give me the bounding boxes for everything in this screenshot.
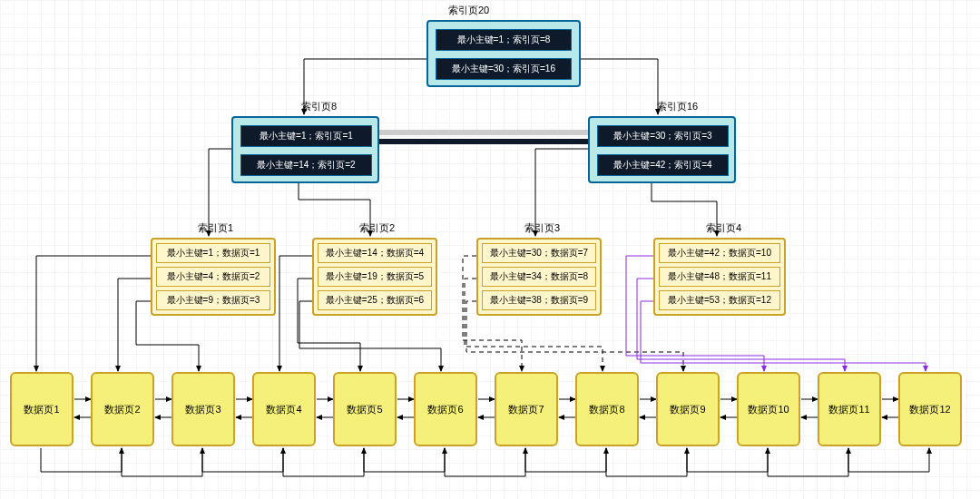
leafidx-label-3: 索引页4 bbox=[706, 221, 741, 235]
data-page-4: 数据页4 bbox=[252, 372, 316, 446]
leafidx0-row2: 最小主键=9；数据页=3 bbox=[156, 290, 270, 310]
leafidx1-row1: 最小主键=19；数据页=5 bbox=[318, 267, 432, 287]
data-page-3: 数据页3 bbox=[172, 372, 235, 446]
data-page-9: 数据页9 bbox=[656, 372, 720, 446]
leafidx1-row2: 最小主键=25；数据页=6 bbox=[318, 290, 432, 310]
leaf-index-2: 最小主键=30；数据页=7 最小主键=34；数据页=8 最小主键=38；数据页=… bbox=[476, 238, 602, 316]
mid-label-0: 索引页8 bbox=[301, 100, 337, 113]
root-entry-0: 最小主键=1；索引页=8 bbox=[436, 29, 572, 51]
data-page-6: 数据页6 bbox=[414, 372, 477, 446]
leaf-index-0: 最小主键=1；数据页=1 最小主键=4；数据页=2 最小主键=9；数据页=3 bbox=[151, 238, 276, 316]
mid0-entry-0: 最小主键=1；索引页=1 bbox=[240, 125, 372, 147]
mid0-entry-1: 最小主键=14；索引页=2 bbox=[240, 154, 372, 176]
leafidx0-row1: 最小主键=4；数据页=2 bbox=[156, 267, 270, 287]
leafidx2-row0: 最小主键=30；数据页=7 bbox=[482, 243, 596, 263]
data-page-8: 数据页8 bbox=[575, 372, 639, 446]
root-label: 索引页20 bbox=[448, 4, 489, 17]
data-page-11: 数据页11 bbox=[818, 372, 881, 446]
leafidx-label-0: 索引页1 bbox=[198, 221, 233, 235]
data-page-2: 数据页2 bbox=[91, 372, 154, 446]
root-entry-1: 最小主键=30；索引页=16 bbox=[436, 58, 572, 80]
mid-index-1: 最小主键=30；索引页=3 最小主键=42；索引页=4 bbox=[588, 116, 736, 183]
leafidx2-row2: 最小主键=38；数据页=9 bbox=[482, 290, 596, 310]
mid1-entry-0: 最小主键=30；索引页=3 bbox=[597, 125, 729, 147]
data-page-10: 数据页10 bbox=[737, 372, 800, 446]
leafidx3-row0: 最小主键=42；数据页=10 bbox=[659, 243, 780, 263]
leafidx2-row1: 最小主键=34；数据页=8 bbox=[482, 267, 596, 287]
mid1-entry-1: 最小主键=42；索引页=4 bbox=[597, 154, 729, 176]
leaf-index-1: 最小主键=14；数据页=4 最小主键=19；数据页=5 最小主键=25；数据页=… bbox=[312, 238, 437, 316]
leaf-index-3: 最小主键=42；数据页=10 最小主键=48；数据页=11 最小主键=53；数据… bbox=[653, 238, 786, 316]
diagram-canvas: 索引页20 最小主键=1；索引页=8 最小主键=30；索引页=16 索引页8 最… bbox=[0, 0, 980, 499]
data-page-7: 数据页7 bbox=[495, 372, 558, 446]
leafidx-label-1: 索引页2 bbox=[359, 221, 395, 235]
leafidx-label-2: 索引页3 bbox=[524, 221, 560, 235]
leafidx3-row2: 最小主键=53；数据页=12 bbox=[659, 290, 780, 310]
mid-index-0: 最小主键=1；索引页=1 最小主键=14；索引页=2 bbox=[231, 116, 379, 183]
data-page-1: 数据页1 bbox=[10, 372, 74, 446]
mid-label-1: 索引页16 bbox=[657, 100, 698, 113]
leafidx0-row0: 最小主键=1；数据页=1 bbox=[156, 243, 270, 263]
leafidx3-row1: 最小主键=48；数据页=11 bbox=[659, 267, 780, 287]
leafidx1-row0: 最小主键=14；数据页=4 bbox=[318, 243, 432, 263]
data-page-12: 数据页12 bbox=[898, 372, 962, 446]
root-index-page: 最小主键=1；索引页=8 最小主键=30；索引页=16 bbox=[426, 20, 581, 87]
data-page-5: 数据页5 bbox=[333, 372, 397, 446]
